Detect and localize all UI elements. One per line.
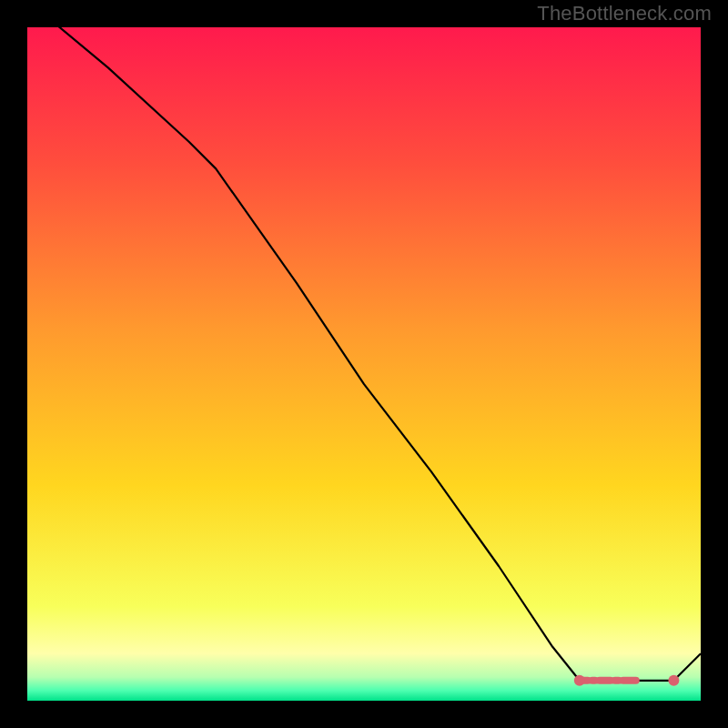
chart-container	[27, 27, 701, 701]
chart-svg	[27, 27, 701, 701]
watermark-text: TheBottleneck.com	[537, 2, 712, 25]
marker-point-1	[668, 675, 679, 686]
marker-point-0	[574, 675, 585, 686]
chart-background	[27, 27, 701, 701]
